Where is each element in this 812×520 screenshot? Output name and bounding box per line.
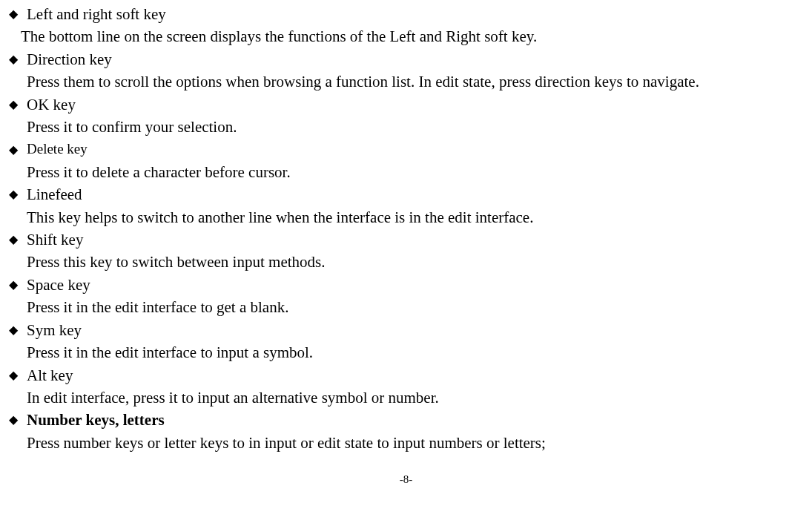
diamond-bullet-icon: ◆ — [0, 3, 27, 25]
list-item: ◆ Delete key Press it to delete a charac… — [0, 139, 812, 183]
diamond-bullet-icon: ◆ — [0, 228, 27, 251]
list-item: ◆ Direction key Press them to scroll the… — [0, 48, 812, 93]
item-title: OK key — [27, 93, 812, 116]
item-body: Press it in the edit interface to get a … — [0, 296, 812, 318]
list-item: ◆ Sym key Press it in the edit interface… — [0, 319, 812, 364]
item-body: The bottom line on the screen displays t… — [0, 25, 812, 47]
list-item: ◆ Linefeed This key helps to switch to a… — [0, 183, 812, 228]
diamond-bullet-icon: ◆ — [0, 364, 27, 386]
diamond-bullet-icon: ◆ — [0, 409, 27, 431]
item-body: Press number keys or letter keys to in i… — [0, 432, 812, 454]
item-title: Direction key — [27, 48, 812, 70]
list-item: ◆ Space key Press it in the edit interfa… — [0, 274, 812, 319]
list-item: ◆ OK key Press it to confirm your select… — [0, 93, 812, 139]
list-item: ◆ Number keys, letters Press number keys… — [0, 409, 812, 454]
list-item: ◆ Left and right soft key The bottom lin… — [0, 3, 812, 48]
item-body: Press them to scroll the options when br… — [0, 70, 812, 93]
document-page: ◆ Left and right soft key The bottom lin… — [0, 0, 812, 488]
item-title: Shift key — [27, 228, 812, 251]
item-body: In edit interface, press it to input an … — [0, 386, 812, 409]
list-item: ◆ Shift key Press this key to switch bet… — [0, 228, 812, 274]
item-title: Linefeed — [27, 183, 812, 205]
list-item: ◆ Alt key In edit interface, press it to… — [0, 364, 812, 409]
diamond-bullet-icon: ◆ — [0, 183, 27, 205]
diamond-bullet-icon: ◆ — [0, 139, 27, 161]
item-body: Press it in the edit interface to input … — [0, 341, 812, 363]
item-title: Alt key — [27, 364, 812, 386]
item-title: Delete key — [27, 139, 812, 159]
item-body: Press this key to switch between input m… — [0, 251, 812, 273]
diamond-bullet-icon: ◆ — [0, 274, 27, 296]
item-title: Left and right soft key — [27, 3, 812, 25]
diamond-bullet-icon: ◆ — [0, 319, 27, 341]
diamond-bullet-icon: ◆ — [0, 93, 27, 116]
item-body: Press it to confirm your selection. — [0, 116, 812, 138]
diamond-bullet-icon: ◆ — [0, 48, 27, 70]
item-title: Space key — [27, 274, 812, 296]
item-title: Number keys, letters — [27, 409, 812, 431]
page-number: -8- — [0, 454, 812, 488]
item-body: Press it to delete a character before cu… — [0, 161, 812, 183]
item-title: Sym key — [27, 319, 812, 341]
item-body: This key helps to switch to another line… — [0, 206, 812, 228]
